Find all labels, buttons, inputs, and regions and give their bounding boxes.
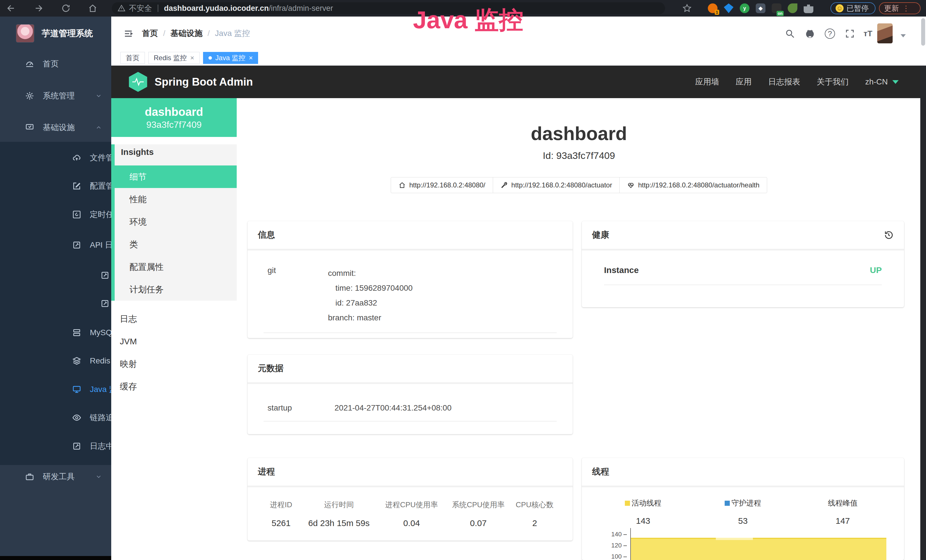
avatar[interactable] bbox=[877, 23, 893, 43]
forward-icon[interactable] bbox=[34, 3, 43, 13]
tab-home[interactable]: 首页 bbox=[120, 52, 145, 64]
sidebar-item-access-log[interactable]: 访问日志 bbox=[0, 264, 111, 287]
search-icon[interactable] bbox=[785, 29, 795, 39]
sidebar-item-system[interactable]: 系统管理 bbox=[0, 85, 111, 107]
card-title: 线程 bbox=[592, 466, 609, 478]
breadcrumb-separator: / bbox=[207, 29, 210, 38]
sba-nav-about[interactable]: 关于我们 bbox=[817, 76, 849, 87]
home-icon[interactable] bbox=[88, 3, 98, 13]
sidebar-logo[interactable]: 芋道管理系统 bbox=[0, 17, 111, 50]
sidebar-item-trace[interactable]: 链路追踪 bbox=[0, 406, 111, 429]
sidebar-item-api-log[interactable]: API 日志 bbox=[0, 234, 111, 256]
scrollbar-track[interactable] bbox=[920, 66, 926, 560]
endpoint-label: http://192.168.0.2:48080/ bbox=[409, 181, 486, 189]
scheduled-task-icon bbox=[72, 210, 81, 219]
sba-menu-mappings[interactable]: 映射 bbox=[111, 353, 237, 375]
help-icon[interactable]: ? bbox=[825, 29, 835, 39]
github-icon[interactable] bbox=[805, 29, 815, 39]
column-header: 进程ID bbox=[262, 500, 300, 510]
sba-menu-environment[interactable]: 环境 bbox=[115, 210, 237, 233]
status-badge: UP bbox=[870, 265, 882, 275]
sidebar-item-job[interactable]: 定时任务 bbox=[0, 203, 111, 226]
row-label: git bbox=[268, 266, 328, 325]
row-label: startup bbox=[268, 403, 334, 413]
bookmark-star-icon[interactable] bbox=[682, 3, 692, 13]
annotation-java-monitor: Java 监控 bbox=[413, 3, 523, 37]
sba-instance-header[interactable]: dashboard 93a3fc7f7409 bbox=[111, 98, 237, 137]
extension-green-y-icon[interactable]: y bbox=[740, 3, 749, 13]
reload-icon[interactable] bbox=[61, 3, 71, 13]
user-caret-down-icon[interactable] bbox=[900, 34, 906, 37]
sidebar-item-redis[interactable]: Redis 监控 bbox=[0, 350, 111, 372]
legend-swatch-live bbox=[625, 501, 630, 506]
git-line: time: 1596289704000 bbox=[328, 281, 413, 295]
extension-grid-icon[interactable]: ◆ bbox=[756, 3, 766, 13]
security-label[interactable]: 不安全 bbox=[129, 3, 152, 14]
sidebar-item-dev-tools[interactable]: 研发工具 bbox=[0, 465, 111, 488]
tab-redis-monitor[interactable]: Redis 监控× bbox=[148, 52, 200, 64]
sba-menu-scheduled[interactable]: 计划任务 bbox=[115, 278, 237, 301]
page-title: dashboard bbox=[237, 123, 921, 144]
sba-nav-applications[interactable]: 应用 bbox=[736, 76, 752, 87]
sidebar-item-home[interactable]: 首页 bbox=[0, 53, 111, 75]
url-bar[interactable]: 不安全 dashboard.yudao.iocoder.cn /infra/ad… bbox=[112, 2, 665, 14]
history-icon[interactable] bbox=[884, 230, 894, 240]
update-button[interactable]: 更新 ⋮ bbox=[879, 2, 921, 14]
sba-menu-classes[interactable]: 类 bbox=[115, 233, 237, 256]
endpoint-label: http://192.168.0.2:48080/actuator bbox=[511, 181, 612, 189]
language-caret-down-icon[interactable] bbox=[892, 80, 899, 84]
sidebar-item-infra[interactable]: 基础设施 bbox=[0, 116, 111, 139]
page-instance-id: Id: 93a3fc7f7409 bbox=[237, 150, 921, 161]
hamburger-icon[interactable] bbox=[123, 29, 133, 39]
sidebar-item-mysql[interactable]: MySQL 监控 bbox=[0, 321, 111, 344]
endpoint-root-button[interactable]: http://192.168.0.2:48080/ bbox=[391, 177, 493, 193]
sba-menu-insights[interactable]: Insights bbox=[115, 144, 237, 160]
sidebar-item-file[interactable]: 文件管理 bbox=[0, 146, 111, 169]
sba-menu-configprops[interactable]: 配置属性 bbox=[115, 256, 237, 278]
sba-menu-jvm[interactable]: JVM bbox=[111, 330, 237, 353]
extension-pin-icon[interactable] bbox=[724, 3, 734, 13]
sidebar-item-config[interactable]: 配置管理 bbox=[0, 175, 111, 197]
sba-header: Spring Boot Admin 应用墙 应用 日志报表 关于我们 zh-CN bbox=[111, 66, 926, 98]
screen: 不安全 dashboard.yudao.iocoder.cn /infra/ad… bbox=[0, 0, 926, 560]
sba-menu-details[interactable]: 细节 bbox=[111, 165, 237, 188]
extensions-row: 1 y ◆ on bbox=[708, 3, 820, 14]
sba-nav-wall[interactable]: 应用墙 bbox=[695, 76, 719, 87]
sba-nav-language[interactable]: zh-CN bbox=[865, 77, 888, 86]
font-size-icon[interactable]: тT bbox=[864, 29, 874, 39]
database-icon bbox=[72, 328, 81, 337]
sidebar-label: 首页 bbox=[43, 59, 59, 69]
sidebar-item-java-monitor[interactable]: Java 监控 bbox=[0, 378, 111, 401]
sba-menu-caches[interactable]: 缓存 bbox=[111, 375, 237, 398]
browser-menu-dots-icon[interactable]: ⋮ bbox=[902, 4, 910, 13]
legend-swatch-daemon bbox=[725, 501, 730, 506]
breadcrumb-current: Java 监控 bbox=[215, 28, 250, 39]
update-label: 更新 bbox=[884, 3, 899, 14]
edit-icon bbox=[100, 299, 109, 308]
tab-close-icon[interactable]: × bbox=[190, 54, 194, 62]
sidebar-item-error-log[interactable]: 错误日志 bbox=[0, 292, 111, 315]
endpoint-health-button[interactable]: http://192.168.0.2:48080/actuator/health bbox=[619, 177, 767, 193]
back-icon[interactable] bbox=[6, 3, 16, 13]
sba-menu-logfile[interactable]: 日志 bbox=[111, 307, 237, 330]
scrollbar-thumb[interactable] bbox=[921, 18, 925, 45]
extensions-puzzle-icon[interactable] bbox=[803, 3, 813, 13]
wrench-icon bbox=[501, 182, 508, 189]
legend-value: 53 bbox=[693, 516, 793, 526]
layers-icon bbox=[72, 356, 81, 365]
paused-pill[interactable]: ☺ 已暂停 bbox=[831, 2, 876, 14]
breadcrumb-home[interactable]: 首页 bbox=[142, 28, 158, 39]
sba-logo-icon[interactable] bbox=[129, 72, 147, 92]
extension-orange-icon[interactable]: 1 bbox=[708, 3, 717, 13]
sidebar-item-log-center[interactable]: 日志中心 bbox=[0, 435, 111, 458]
sba-menu-metrics[interactable]: 性能 bbox=[115, 188, 237, 210]
sba-brand-title[interactable]: Spring Boot Admin bbox=[154, 76, 253, 88]
endpoint-actuator-button[interactable]: http://192.168.0.2:48080/actuator bbox=[493, 177, 620, 193]
extension-leaf-icon[interactable] bbox=[788, 3, 797, 13]
sba-nav-journal[interactable]: 日志报表 bbox=[768, 76, 800, 87]
breadcrumb-infra[interactable]: 基础设施 bbox=[171, 28, 203, 39]
tab-close-icon[interactable]: × bbox=[249, 54, 253, 62]
tab-java-monitor[interactable]: Java 监控× bbox=[203, 52, 258, 64]
fullscreen-icon[interactable] bbox=[845, 29, 855, 39]
extension-switch-icon[interactable]: on bbox=[772, 3, 781, 13]
